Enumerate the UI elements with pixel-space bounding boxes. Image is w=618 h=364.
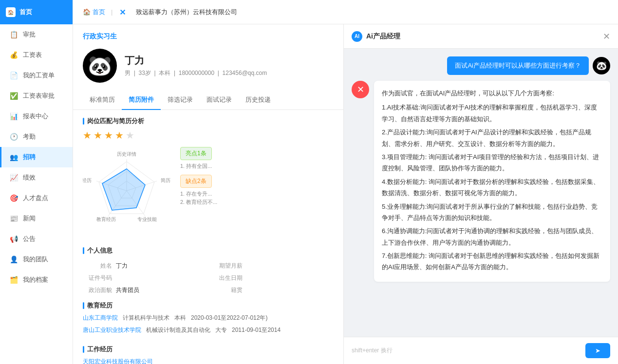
svg-text:✕: ✕ <box>119 8 126 17</box>
name-label: 姓名 <box>83 262 112 270</box>
match-analysis: ★★★★★ <box>73 129 343 239</box>
brand-logo: ✕ <box>118 6 130 18</box>
info-grid: 姓名 丁力 期望月薪 证件号码 出生日期 <box>83 262 334 294</box>
work-title: 工作经历 <box>73 338 343 358</box>
star-1: ★ <box>83 129 92 141</box>
sidebar-item-label-payroll-audit: 工资表审批 <box>23 91 55 100</box>
home-icon: 🏠 <box>6 7 16 17</box>
ai-response-bubble: 作为面试官，在面试AI产品经理时，可以从以下几个方面考察: 1.AI技术基础:询… <box>374 81 610 282</box>
tab-简历附件[interactable]: 简历附件 <box>122 91 161 110</box>
attendance-icon: 🕐 <box>9 132 18 141</box>
weakness-tag[interactable]: 缺点2条 <box>180 175 212 188</box>
close-icon[interactable]: ✕ <box>603 31 610 42</box>
tab-筛选记录[interactable]: 筛选记录 <box>161 91 200 110</box>
audit-icon: 📋 <box>9 30 18 39</box>
tab-历史投递[interactable]: 历史投递 <box>239 91 278 110</box>
main-content: 🏠 首页 | ✕ 致远薪事力（苏州）云科技有限公司 行政实习生 🐼 丁力 <box>73 0 618 364</box>
payroll-audit-icon: ✅ <box>9 91 18 100</box>
ai-icon: AI <box>352 31 362 42</box>
avatar-icon: 🐼 <box>88 55 112 77</box>
ai-point: 4.数据分析能力: 询问面试者对于数据分析的理解和实践经验，包括数据采集、数据清… <box>382 176 602 199</box>
highlight-items: 1. 持有全国... <box>180 162 334 171</box>
sidebar-item-payroll-audit[interactable]: ✅ 工资表审批 <box>0 86 73 106</box>
svg-text:专业技能: 专业技能 <box>137 217 157 222</box>
sidebar-item-reports[interactable]: 📊 报表中心 <box>0 106 73 127</box>
ai-point: 7.创新思维能力: 询问面试者对于创新思维的理解和实践经验，包括如何发掘新的AI… <box>382 250 602 273</box>
sidebar-item-performance[interactable]: 📈 绩效 <box>0 167 73 188</box>
ai-point: 2.产品设计能力:询问面试者对于AI产品设计的理解和实践经验，包括产品规划、需求… <box>382 127 602 149</box>
sidebar-item-label-talent: 人才盘点 <box>23 194 48 202</box>
tab-标准简历[interactable]: 标准简历 <box>83 91 122 110</box>
sidebar-item-attendance[interactable]: 🕐 考勤 <box>0 127 73 147</box>
match-stars: ★★★★★ <box>83 129 334 141</box>
origin-label: 籍贯 <box>213 286 243 294</box>
sidebar-item-label-reports: 报表中心 <box>23 112 48 121</box>
radar-chart: 历史详情 简历信息 专业技能 教育经历 工作经历 <box>83 147 170 235</box>
ai-panel: AI Ai产品经理 ✕ 面试Ai产品经理时可以从哪些方面进行考察？ 🐼 ✕ 作为… <box>343 24 618 364</box>
gender: 男 <box>125 70 131 76</box>
work-company: 天阳宏业科技股份有限公司 <box>83 358 334 364</box>
ai-input-hint: shift+enter 换行 <box>352 346 580 355</box>
sidebar-nav: 📋 审批💰 工资表📄 我的工资单✅ 工资表审批📊 报表中心🕐 考勤👥 招聘📈 绩… <box>0 24 73 290</box>
ai-point: 5.业务理解能力:询问面试者对于所从事行业的了解和技能，包括行业趋势、竞争对手、… <box>382 201 602 224</box>
info-birthday-row: 出生日期 <box>213 274 334 282</box>
star-4: ★ <box>115 129 124 141</box>
sidebar-item-my-profile[interactable]: 🗂️ 我的档案 <box>0 270 73 290</box>
sidebar-item-news[interactable]: 📰 新闻 <box>0 208 73 229</box>
sidebar-item-my-payroll[interactable]: 📄 我的工资单 <box>0 65 73 86</box>
highlight-tag[interactable]: 亮点1条 <box>180 147 212 160</box>
ai-question-button[interactable]: 面试Ai产品经理时可以从哪些方面进行考察？ <box>447 56 589 75</box>
sidebar-item-label-my-payroll: 我的工资单 <box>23 71 55 80</box>
info-origin-row: 籍贯 <box>213 286 334 294</box>
id-label: 证件号码 <box>83 274 112 282</box>
politics-label: 政治面貌 <box>83 286 112 294</box>
home-nav-icon: 🏠 <box>83 8 91 16</box>
sidebar: 🏠 首页 📋 审批💰 工资表📄 我的工资单✅ 工资表审批📊 报表中心🕐 考勤👥 … <box>0 0 73 364</box>
education-title: 教育经历 <box>73 294 343 314</box>
ai-response-points: 1.AI技术基础:询问面试者对于AI技术的理解和掌握程度，包括机器学习、深度学习… <box>382 102 602 273</box>
performance-icon: 📈 <box>9 173 18 182</box>
recruitment-icon: 👥 <box>9 153 18 162</box>
sidebar-home-label[interactable]: 首页 <box>19 8 32 17</box>
sidebar-item-my-team[interactable]: 👤 我的团队 <box>0 249 73 270</box>
talent-icon: 🎯 <box>9 194 18 202</box>
star-3: ★ <box>104 129 113 141</box>
ai-question-bar: 面试Ai产品经理时可以从哪些方面进行考察？ 🐼 <box>352 56 610 75</box>
info-salary-row: 期望月薪 <box>213 262 334 270</box>
tab-面试记录[interactable]: 面试记录 <box>200 91 239 110</box>
weakness-tag-label: 缺点2条 <box>186 177 206 185</box>
candidate-name: 丁力 <box>125 54 334 67</box>
topbar-home[interactable]: 🏠 首页 <box>83 8 105 17</box>
ai-response-row: ✕ 作为面试官，在面试AI产品经理时，可以从以下几个方面考察: 1.AI技术基础… <box>352 81 610 282</box>
send-icon: ➤ <box>595 347 600 354</box>
education: 本科 <box>159 70 170 76</box>
sidebar-item-label-performance: 绩效 <box>23 173 36 182</box>
age: 33岁 <box>138 70 150 76</box>
salary-label: 期望月薪 <box>213 262 243 270</box>
birthday-label: 出生日期 <box>213 274 243 282</box>
match-content: 历史详情 简历信息 专业技能 教育经历 工作经历 亮点1条 <box>83 147 334 235</box>
sidebar-item-audit[interactable]: 📋 审批 <box>0 24 73 45</box>
info-name-row: 姓名 丁力 <box>83 262 204 270</box>
weakness-items: 1. 存在专升... 2. 教育经历不... <box>180 190 334 207</box>
ai-panel-header: AI Ai产品经理 ✕ <box>344 24 618 49</box>
reports-icon: 📊 <box>9 112 18 121</box>
match-tags: 亮点1条 1. 持有全国... 缺点2条 1. 存在专升... 2. 教育经历不… <box>180 147 334 207</box>
sidebar-item-label-announcements: 公告 <box>23 235 36 243</box>
sidebar-item-label-attendance: 考勤 <box>23 132 36 141</box>
profile-info: 丁力 男 | 33岁 | 本科 | 18000000000 | 123456@q… <box>125 54 334 77</box>
sidebar-item-payroll[interactable]: 💰 工资表 <box>0 45 73 65</box>
resume-tabs: 标准简历简历附件筛选记录面试记录历史投递 <box>73 91 343 110</box>
ai-send-button[interactable]: ➤ <box>585 343 610 358</box>
politics-value: 共青团员 <box>116 286 139 294</box>
sidebar-item-talent[interactable]: 🎯 人才盘点 <box>0 188 73 208</box>
sidebar-item-recruitment[interactable]: 👥 招聘 <box>0 147 73 167</box>
sidebar-item-announcements[interactable]: 📢 公告 <box>0 229 73 249</box>
edu-school: 唐山工业职业技术学院 <box>83 326 141 334</box>
candidate-meta: 男 | 33岁 | 本科 | 18000000000 | 123456@qq.c… <box>125 69 334 77</box>
profile-section: 🐼 丁力 男 | 33岁 | 本科 | 18000000000 | 123456… <box>73 41 343 91</box>
resume-section-label: 行政实习生 <box>73 24 343 41</box>
edu-major: 机械设计制造及其自动化 <box>146 326 210 334</box>
edu-item: 山东工商学院 计算机科学与技术 本科 2020-03-01至2022-07-01… <box>83 314 334 322</box>
svg-text:简历信息: 简历信息 <box>161 178 170 183</box>
